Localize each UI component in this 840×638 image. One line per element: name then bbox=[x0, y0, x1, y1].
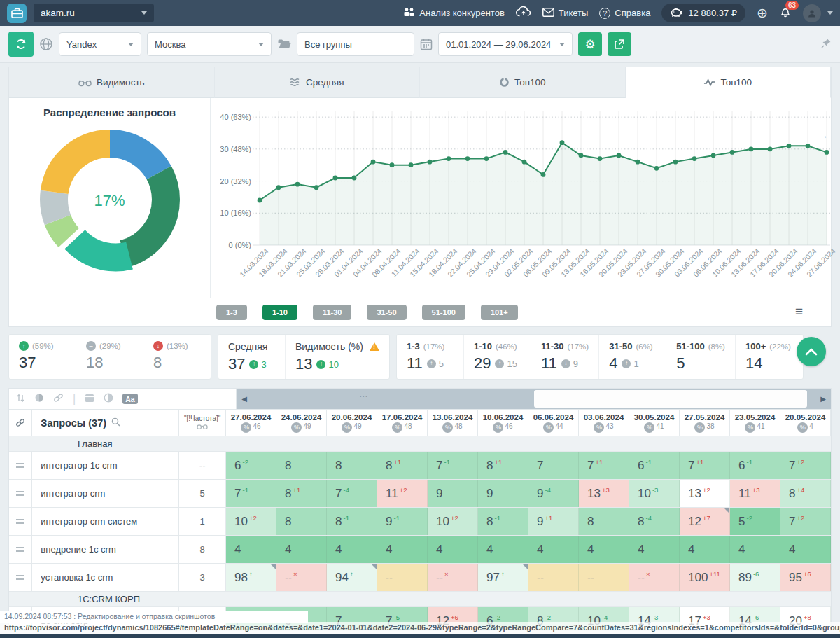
contrast-icon[interactable] bbox=[104, 393, 113, 405]
position-cell[interactable]: 4 bbox=[428, 536, 478, 563]
position-cell[interactable]: 8 bbox=[327, 452, 377, 479]
tab-средняя[interactable]: Средняя bbox=[215, 67, 421, 98]
folder-icon[interactable] bbox=[277, 39, 291, 50]
cloud-sync-button[interactable] bbox=[516, 6, 531, 20]
competitors-analysis-link[interactable]: Анализ конкурентов bbox=[403, 7, 505, 19]
position-cell[interactable]: 7-1 bbox=[226, 480, 276, 507]
data-point[interactable] bbox=[711, 153, 716, 158]
metric-section[interactable]: Видимость (%) 13↑10 bbox=[286, 335, 389, 379]
position-cell[interactable]: 12+7 bbox=[680, 508, 730, 535]
data-point[interactable] bbox=[390, 162, 395, 167]
data-point[interactable] bbox=[541, 172, 546, 177]
date-column-header[interactable]: 30.05.2024 %41 bbox=[629, 410, 680, 436]
group-row[interactable]: 1С:CRM КОРП bbox=[9, 592, 831, 607]
position-cell[interactable]: 4 bbox=[579, 536, 629, 563]
tab-видимость[interactable]: Видимость bbox=[9, 67, 215, 98]
calendar-icon[interactable] bbox=[420, 38, 433, 50]
balance-pill[interactable]: 12 880.37 ₽ bbox=[662, 4, 746, 22]
scroll-left-icon[interactable]: ◀ bbox=[237, 395, 252, 403]
position-cell[interactable]: 8+4 bbox=[780, 480, 831, 507]
data-point[interactable] bbox=[730, 150, 735, 155]
query-name-cell[interactable]: установка 1с crm bbox=[32, 564, 179, 591]
position-cell[interactable]: 7+2 bbox=[780, 452, 831, 479]
date-column-header[interactable]: 03.06.2024 %43 bbox=[579, 410, 629, 436]
tickets-link[interactable]: Тикеты bbox=[542, 8, 589, 19]
date-column-header[interactable]: 06.06.2024 %44 bbox=[528, 410, 579, 436]
region-select[interactable]: Москва bbox=[147, 32, 272, 56]
position-cell[interactable]: 9-4 bbox=[528, 480, 579, 507]
data-point[interactable] bbox=[579, 153, 584, 158]
position-cell[interactable]: 8 bbox=[579, 508, 629, 535]
position-cell[interactable]: 4 bbox=[226, 536, 276, 563]
query-name-cell[interactable]: интегратор 1с crm bbox=[32, 452, 179, 479]
position-cell[interactable]: 4 bbox=[730, 536, 780, 563]
position-cell[interactable]: 8 bbox=[276, 508, 327, 535]
project-selector[interactable]: akam.ru bbox=[34, 4, 154, 22]
summary-section[interactable]: ↑(59%) 37 bbox=[9, 335, 76, 379]
export-button[interactable] bbox=[608, 32, 631, 56]
position-cell[interactable]: 7-1 bbox=[428, 452, 478, 479]
date-column-header[interactable]: 27.06.2024 %46 bbox=[226, 410, 276, 436]
position-cell[interactable]: -- bbox=[579, 564, 629, 591]
data-point[interactable] bbox=[787, 144, 792, 148]
data-point[interactable] bbox=[314, 185, 319, 190]
position-cell[interactable]: 98↑ bbox=[226, 564, 276, 591]
position-cell[interactable]: 89-6 bbox=[730, 564, 780, 591]
data-point[interactable] bbox=[503, 150, 508, 155]
data-point[interactable] bbox=[654, 166, 659, 171]
position-cell[interactable]: 9-1 bbox=[377, 508, 428, 535]
tab-топ100-chart[interactable]: Топ100 bbox=[626, 67, 832, 98]
scroll-top-button[interactable] bbox=[797, 337, 826, 366]
position-cell[interactable]: 8-1 bbox=[478, 508, 528, 535]
drag-handle[interactable] bbox=[9, 508, 32, 535]
position-cell[interactable]: 10+2 bbox=[226, 508, 276, 535]
data-point[interactable] bbox=[636, 160, 640, 165]
date-range-select[interactable]: 01.01.2024 — 29.06.2024 bbox=[438, 32, 573, 56]
position-cell[interactable]: 9 bbox=[428, 480, 478, 507]
position-cell[interactable]: 7 bbox=[528, 452, 579, 479]
frequency-column-header[interactable]: "[!Частота]" bbox=[179, 410, 226, 436]
position-cell[interactable]: 8+1 bbox=[377, 452, 428, 479]
data-point[interactable] bbox=[768, 146, 773, 151]
data-point[interactable] bbox=[258, 198, 262, 203]
position-cell[interactable]: --× bbox=[276, 564, 327, 591]
position-cell[interactable]: 4 bbox=[780, 536, 831, 563]
date-column-header[interactable]: 10.06.2024 %46 bbox=[478, 410, 528, 436]
data-point[interactable] bbox=[560, 140, 565, 145]
data-point[interactable] bbox=[806, 144, 811, 148]
position-cell[interactable]: -- bbox=[377, 564, 428, 591]
summary-section[interactable]: –(29%) 18 bbox=[76, 335, 144, 379]
position-cell[interactable]: 6-2 bbox=[226, 452, 276, 479]
refresh-button[interactable] bbox=[8, 32, 34, 57]
position-cell[interactable]: 4 bbox=[680, 536, 730, 563]
range-chip-1-3[interactable]: 1-3 bbox=[216, 305, 247, 320]
chart-menu-icon[interactable]: ≡ bbox=[795, 304, 803, 319]
position-cell[interactable]: 13+2 bbox=[680, 480, 730, 507]
data-point[interactable] bbox=[749, 146, 754, 151]
drag-handle[interactable] bbox=[9, 564, 32, 591]
date-column-header[interactable]: 24.06.2024 %49 bbox=[276, 410, 327, 436]
date-column-header[interactable]: 23.05.2024 %41 bbox=[730, 410, 780, 436]
search-icon[interactable] bbox=[111, 417, 120, 429]
position-cell[interactable]: 94↑ bbox=[327, 564, 377, 591]
position-cell[interactable]: 4 bbox=[528, 536, 579, 563]
position-cell[interactable]: 11+2 bbox=[377, 480, 428, 507]
range-chip-11-30[interactable]: 11-30 bbox=[313, 305, 352, 320]
position-cell[interactable]: 8+1 bbox=[276, 480, 327, 507]
position-cell[interactable]: 6-1 bbox=[730, 452, 780, 479]
queries-column-header[interactable]: Запросы (37) bbox=[32, 410, 179, 436]
position-cell[interactable]: 7+1 bbox=[680, 452, 730, 479]
range-card-31-50[interactable]: 31-50(6%) 4↑1 bbox=[599, 335, 666, 379]
position-cell[interactable]: 7+1 bbox=[579, 452, 629, 479]
date-column-header[interactable]: 20.05.2024 %4 bbox=[780, 410, 831, 436]
position-cell[interactable]: 8+1 bbox=[478, 452, 528, 479]
range-card-1-3[interactable]: 1-3(17%) 11↑5 bbox=[397, 335, 464, 379]
data-point[interactable] bbox=[295, 182, 300, 187]
data-point[interactable] bbox=[352, 176, 357, 181]
position-cell[interactable]: 8 bbox=[276, 452, 327, 479]
groups-filter-input[interactable]: Все группы bbox=[297, 32, 414, 56]
position-cell[interactable]: -- bbox=[528, 564, 579, 591]
position-cell[interactable]: 4 bbox=[276, 536, 327, 563]
position-cell[interactable]: 10+2 bbox=[428, 508, 478, 535]
position-cell[interactable]: 8-1 bbox=[327, 508, 377, 535]
